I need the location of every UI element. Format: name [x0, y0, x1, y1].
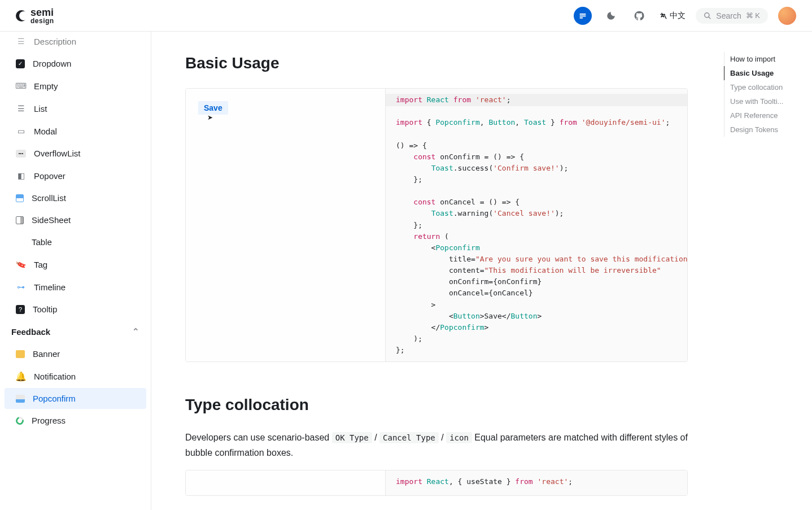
- logo[interactable]: semi design: [16, 7, 54, 24]
- section-type-collocation: Type collocation: [185, 396, 688, 414]
- save-button[interactable]: Save: [198, 101, 228, 115]
- notification-icon: 🔔: [16, 371, 26, 381]
- code-token: onCancel={onCancel}: [396, 289, 533, 297]
- code-token: Popconfirm: [435, 118, 479, 127]
- code-token: ;: [568, 477, 573, 486]
- sidebar-group-feedback[interactable]: Feedback ⌃: [0, 321, 151, 342]
- code-token: import: [396, 95, 422, 104]
- search-label: Search: [716, 11, 741, 20]
- popover-icon: ◧: [16, 171, 26, 181]
- svg-line-4: [709, 16, 711, 19]
- code-token: );: [396, 334, 422, 343]
- toc-item-api-reference[interactable]: API Reference: [724, 108, 803, 123]
- sidebar-item-notification[interactable]: 🔔 Notification: [5, 365, 146, 387]
- code-token: >: [537, 312, 542, 320]
- code-token: );: [560, 164, 569, 172]
- code-token: const: [413, 152, 435, 161]
- sidebar-item-label: Modal: [34, 127, 57, 136]
- toc-item-design-tokens[interactable]: Design Tokens: [724, 123, 803, 137]
- code-token: return: [413, 232, 440, 241]
- demo-basic-usage: Save ➤ import React from 'react'; import…: [185, 88, 688, 362]
- toc-item-type-collocation[interactable]: Type collocation: [724, 80, 803, 94]
- community-icon[interactable]: [574, 7, 592, 25]
- modal-icon: ▭: [16, 126, 26, 136]
- demo-preview: [186, 470, 386, 495]
- sidebar-item-label: Description: [34, 37, 76, 46]
- code-token: Button: [488, 118, 515, 127]
- cursor-icon: ➤: [207, 114, 213, 121]
- sidebar-item-sidesheet[interactable]: SideSheet: [5, 210, 146, 230]
- code-token: "Are you sure you want to save this modi…: [475, 255, 687, 263]
- sidebar-item-tag[interactable]: 🔖 Tag: [5, 254, 146, 275]
- sidebar-item-popover[interactable]: ◧ Popover: [5, 165, 146, 186]
- overflow-icon: •••: [16, 150, 26, 158]
- sidebar-item-dropdown[interactable]: ✓ Dropdown: [5, 53, 146, 74]
- code-token: onConfirm = () => {: [435, 152, 524, 161]
- sidebar-item-label: Progress: [32, 416, 66, 425]
- language-switch[interactable]: 中文: [658, 11, 686, 21]
- code-token: import: [396, 118, 422, 127]
- toc-item-how-to-import[interactable]: How to import: [724, 52, 803, 66]
- sidebar-item-list[interactable]: ☰ List: [5, 98, 146, 119]
- sidebar-item-progress[interactable]: Progress: [5, 410, 146, 431]
- popconfirm-icon: [16, 395, 25, 403]
- progress-icon: [14, 415, 25, 426]
- code-token: import: [396, 477, 422, 486]
- demo-code-block: import React, { useState } from 'react';: [386, 470, 687, 495]
- sidebar-item-label: List: [34, 104, 47, 114]
- toc-item-basic-usage[interactable]: Basic Usage: [724, 66, 803, 80]
- sidebar-item-empty[interactable]: ⌨ Empty: [5, 75, 146, 97]
- code-token: .success(: [453, 164, 493, 172]
- table-icon: [16, 238, 24, 246]
- svg-point-3: [705, 12, 709, 17]
- theme-toggle-icon[interactable]: [602, 7, 620, 25]
- code-token: 'react': [538, 477, 569, 486]
- code-token: );: [555, 209, 564, 217]
- text: /: [439, 433, 446, 442]
- tooltip-icon: ?: [16, 305, 25, 314]
- svg-rect-1: [580, 15, 586, 16]
- demo-type-collocation: import React, { useState } from 'react';: [185, 470, 688, 496]
- sidebar-item-label: ScrollList: [32, 193, 66, 203]
- code-token: , {: [449, 477, 466, 486]
- sidebar-item-label: Popover: [34, 171, 66, 181]
- sidebar-item-label: SideSheet: [32, 215, 71, 225]
- timeline-icon: ⊶: [16, 282, 26, 292]
- toc-item-use-with-tooltip[interactable]: Use with Toolti...: [724, 94, 803, 108]
- code-token: Button: [511, 312, 538, 320]
- code-token: from: [453, 95, 471, 104]
- logo-icon: [16, 10, 27, 21]
- code-token: useState: [466, 477, 502, 486]
- sidebar-item-overflowlist[interactable]: ••• OverflowList: [5, 143, 146, 164]
- svg-rect-2: [580, 17, 583, 18]
- sidebar-item-banner[interactable]: Banner: [5, 343, 146, 364]
- code-token: }: [502, 477, 515, 486]
- empty-icon: ⌨: [16, 81, 26, 91]
- code-token: React: [427, 477, 449, 486]
- sidebar-item-modal[interactable]: ▭ Modal: [5, 120, 146, 142]
- scroll-icon: [16, 194, 24, 202]
- code-token: Button: [453, 312, 480, 320]
- type-collocation-paragraph: Developers can use scenario-based OK Typ…: [185, 430, 688, 460]
- sidebar-item-label: Popconfirm: [33, 394, 76, 403]
- dropdown-icon: ✓: [16, 59, 25, 68]
- sidesheet-icon: [16, 216, 24, 224]
- description-icon: ☰: [16, 36, 26, 46]
- search-button[interactable]: Search ⌘ K: [696, 8, 768, 24]
- main-content: Basic Usage Save ➤ import React from 're…: [151, 32, 722, 510]
- sidebar-item-timeline[interactable]: ⊶ Timeline: [5, 276, 146, 298]
- sidebar-item-scrolllist[interactable]: ScrollList: [5, 188, 146, 208]
- code-token: >: [480, 312, 484, 320]
- text: Developers can use scenario-based: [185, 433, 332, 442]
- sidebar-item-popconfirm[interactable]: Popconfirm: [5, 388, 146, 409]
- code-token: ;: [507, 95, 511, 104]
- logo-top: semi: [30, 7, 54, 18]
- sidebar-item-tooltip[interactable]: ? Tooltip: [5, 299, 146, 320]
- avatar[interactable]: [778, 7, 796, 25]
- search-icon: [704, 12, 711, 20]
- inline-code-cancel: Cancel Type: [379, 432, 439, 443]
- chevron-up-icon: ⌃: [132, 326, 139, 337]
- sidebar-item-table[interactable]: Table: [5, 232, 146, 252]
- github-icon[interactable]: [630, 7, 648, 25]
- sidebar-item-description[interactable]: ☰ Description: [5, 32, 146, 52]
